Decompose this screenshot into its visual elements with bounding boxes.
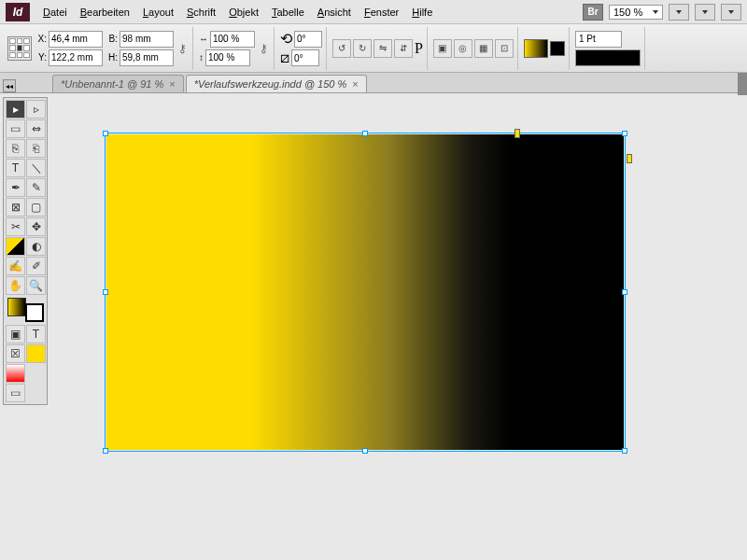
menu-bar: Id Datei Bearbeiten Layout Schrift Objek…	[0, 0, 747, 24]
gradient-endpoint-indicator[interactable]	[627, 154, 632, 163]
y-label: Y:	[34, 52, 47, 63]
scale-x-icon: ↔	[199, 34, 208, 44]
x-label: X:	[34, 34, 47, 44]
y-input[interactable]: 122,2 mm	[49, 49, 103, 66]
constrain-proportions-icon[interactable]: ⚷	[176, 35, 189, 63]
rotate-icon: ⟲	[280, 30, 292, 48]
h-label: H:	[105, 52, 118, 63]
select-container-button[interactable]: ▣	[433, 39, 452, 58]
close-icon[interactable]: ×	[169, 78, 175, 90]
gap-tool[interactable]: ⇔	[26, 119, 46, 138]
rectangle-tool[interactable]: ▢	[26, 198, 46, 217]
rectangle-frame-tool[interactable]: ⊠	[6, 198, 25, 217]
content-placer-tool[interactable]: ⎗	[26, 139, 46, 158]
scale-y-icon: ↕	[199, 52, 204, 63]
menu-fenster[interactable]: Fenster	[359, 4, 404, 21]
apply-color-button[interactable]	[26, 344, 46, 363]
document-tab-bar: ◂◂ *Unbenannt-1 @ 91 % × *Verlaufswerkze…	[0, 73, 747, 93]
fill-proxy[interactable]	[7, 298, 26, 316]
document-canvas[interactable]	[52, 93, 747, 560]
gradient-swatch-tool[interactable]	[6, 237, 25, 256]
panel-toggle-button[interactable]: ◂◂	[3, 79, 16, 92]
constrain-scale-icon[interactable]: ⚷	[257, 35, 270, 63]
screen-mode-dropdown[interactable]	[695, 4, 715, 21]
stroke-swatch[interactable]	[550, 41, 565, 56]
center-content-button[interactable]: ⊡	[495, 39, 514, 58]
content-collector-tool[interactable]: ⎘	[6, 139, 25, 158]
scale-y-input[interactable]: 100 %	[205, 49, 250, 66]
rotate-cw-button[interactable]: ↻	[353, 39, 372, 58]
flip-h-button[interactable]: ⇋	[374, 39, 392, 58]
selection-tool[interactable]: ▸	[6, 100, 25, 119]
pencil-tool[interactable]: ✎	[26, 178, 46, 197]
fill-stroke-proxy[interactable]	[6, 296, 46, 324]
app-logo: Id	[6, 3, 30, 21]
menu-hilfe[interactable]: Hilfe	[406, 4, 438, 21]
flip-v-button[interactable]: ⇵	[394, 39, 413, 58]
menu-objekt[interactable]: Objekt	[223, 4, 264, 21]
type-tool[interactable]: T	[6, 159, 25, 177]
fit-content-button[interactable]: ▦	[474, 39, 493, 58]
hand-tool[interactable]: ✋	[6, 276, 25, 295]
select-content-button[interactable]: ◎	[454, 39, 472, 58]
note-tool[interactable]: ✍	[6, 257, 25, 275]
direct-selection-tool[interactable]: ▹	[26, 100, 46, 119]
height-input[interactable]: 59,8 mm	[120, 49, 174, 66]
bridge-button[interactable]: Br	[583, 4, 603, 21]
stroke-proxy[interactable]	[25, 303, 44, 322]
stroke-weight-input[interactable]: 1 Pt	[575, 31, 622, 48]
right-dock-collapsed[interactable]	[738, 73, 747, 95]
rotate-ccw-button[interactable]: ↺	[332, 39, 351, 58]
scale-x-input[interactable]: 100 %	[210, 31, 255, 48]
shear-input[interactable]: 0°	[291, 49, 319, 66]
formatting-text-button[interactable]: T	[26, 325, 46, 343]
free-transform-tool[interactable]: ✥	[26, 217, 46, 236]
menu-tabelle[interactable]: Tabelle	[266, 4, 310, 21]
menu-ansicht[interactable]: Ansicht	[312, 4, 357, 21]
arrange-docs-dropdown[interactable]	[721, 4, 741, 21]
apply-none-button[interactable]: ☒	[6, 344, 25, 363]
rotate-input[interactable]: 0°	[294, 31, 322, 48]
p-indicator: P	[415, 40, 423, 57]
view-mode-button[interactable]: ▭	[6, 384, 25, 402]
control-bar: X:46,4 mm Y:122,2 mm B:98 mm H:59,8 mm ⚷…	[0, 24, 747, 73]
reference-point-selector[interactable]	[7, 36, 32, 61]
gradient-feather-tool[interactable]: ◐	[26, 237, 46, 256]
line-tool[interactable]: ＼	[26, 159, 46, 177]
stroke-style-dropdown[interactable]	[575, 49, 641, 66]
tool-palette: ▸ ▹ ▭ ⇔ ⎘ ⎗ T ＼ ✒ ✎ ⊠ ▢ ✂ ✥ ◐ ✍ ✐ ✋ 🔍 ▣ …	[3, 97, 48, 405]
scissors-tool[interactable]: ✂	[6, 217, 25, 236]
w-label: B:	[105, 34, 118, 44]
view-options-dropdown[interactable]	[669, 4, 689, 21]
menu-bearbeiten[interactable]: Bearbeiten	[75, 4, 135, 21]
width-input[interactable]: 98 mm	[120, 31, 174, 48]
apply-gradient-button[interactable]	[6, 364, 25, 383]
page-tool[interactable]: ▭	[6, 119, 25, 138]
fill-swatch[interactable]	[524, 39, 548, 58]
doc-tab-2[interactable]: *Verlaufswerkzeug.indd @ 150 % ×	[186, 75, 367, 92]
zoom-level-input[interactable]: 150 %	[609, 5, 663, 20]
pen-tool[interactable]: ✒	[6, 178, 25, 197]
gradient-rectangle-object[interactable]	[106, 134, 624, 450]
close-icon[interactable]: ×	[352, 78, 358, 90]
shear-icon: ⧄	[280, 49, 289, 66]
doc-tab-label: *Unbenannt-1 @ 91 %	[61, 78, 163, 90]
doc-tab-1[interactable]: *Unbenannt-1 @ 91 % ×	[52, 75, 184, 92]
menu-schrift[interactable]: Schrift	[181, 4, 221, 21]
formatting-container-button[interactable]: ▣	[6, 325, 25, 343]
zoom-tool[interactable]: 🔍	[26, 276, 46, 295]
doc-tab-label: *Verlaufswerkzeug.indd @ 150 %	[194, 78, 347, 90]
eyedropper-tool[interactable]: ✐	[26, 257, 46, 275]
menu-layout[interactable]: Layout	[137, 4, 179, 21]
menu-datei[interactable]: Datei	[37, 4, 73, 21]
chevron-down-icon	[653, 10, 658, 14]
x-input[interactable]: 46,4 mm	[49, 31, 103, 48]
